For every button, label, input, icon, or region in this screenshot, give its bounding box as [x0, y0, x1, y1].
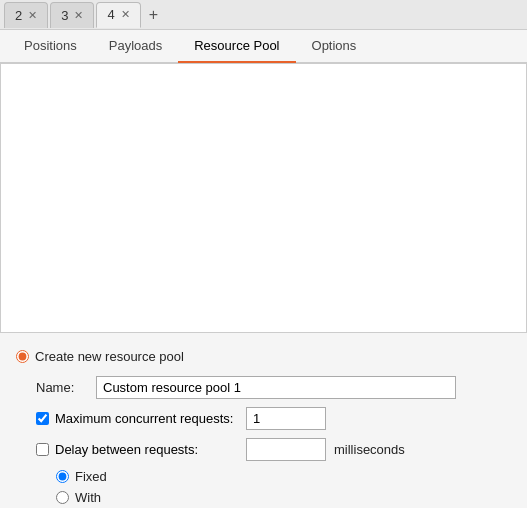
- delay-cb-container: Delay between requests:: [36, 442, 246, 457]
- delay-input[interactable]: [246, 438, 326, 461]
- delay-label: Delay between requests:: [55, 442, 198, 457]
- tab-payloads[interactable]: Payloads: [93, 30, 178, 63]
- tab-4-close[interactable]: ✕: [121, 8, 130, 21]
- tab-payloads-label: Payloads: [109, 38, 162, 53]
- concurrent-cb-container: Maximum concurrent requests:: [36, 411, 246, 426]
- name-row: Name:: [36, 376, 511, 399]
- max-concurrent-checkbox[interactable]: [36, 412, 49, 425]
- tab-options[interactable]: Options: [296, 30, 373, 63]
- tab-positions-label: Positions: [24, 38, 77, 53]
- tab-2[interactable]: 2 ✕: [4, 2, 48, 28]
- delay-row: Delay between requests: milliseconds: [36, 438, 511, 461]
- create-pool-label: Create new resource pool: [35, 349, 184, 364]
- tab-resource-pool-label: Resource Pool: [194, 38, 279, 53]
- max-concurrent-input[interactable]: [246, 407, 326, 430]
- fixed-label: Fixed: [75, 469, 107, 484]
- concurrent-row: Maximum concurrent requests:: [36, 407, 511, 430]
- tab-positions[interactable]: Positions: [8, 30, 93, 63]
- max-concurrent-label: Maximum concurrent requests:: [55, 411, 233, 426]
- tab-2-label: 2: [15, 8, 22, 23]
- tab-4-label: 4: [107, 7, 114, 22]
- name-input[interactable]: [96, 376, 456, 399]
- tab-3[interactable]: 3 ✕: [50, 2, 94, 28]
- tab-options-label: Options: [312, 38, 357, 53]
- with-radio-row: With: [56, 490, 511, 505]
- delay-requests-checkbox[interactable]: [36, 443, 49, 456]
- name-field-label: Name:: [36, 380, 96, 395]
- form-section: Name: Maximum concurrent requests: Delay…: [36, 376, 511, 505]
- tab-4[interactable]: 4 ✕: [96, 2, 140, 28]
- milliseconds-label: milliseconds: [334, 442, 405, 457]
- create-pool-row: Create new resource pool: [16, 349, 511, 364]
- content-area: [0, 63, 527, 333]
- tab-3-close[interactable]: ✕: [74, 9, 83, 22]
- create-pool-radio[interactable]: [16, 350, 29, 363]
- nav-tabs: Positions Payloads Resource Pool Options: [0, 30, 527, 63]
- with-label: With: [75, 490, 101, 505]
- fixed-radio[interactable]: [56, 470, 69, 483]
- with-radio[interactable]: [56, 491, 69, 504]
- add-tab-button[interactable]: +: [143, 7, 164, 23]
- fixed-radio-row: Fixed: [56, 469, 511, 484]
- tab-2-close[interactable]: ✕: [28, 9, 37, 22]
- main-panel: Create new resource pool Name: Maximum c…: [0, 333, 527, 508]
- tab-bar: 2 ✕ 3 ✕ 4 ✕ +: [0, 0, 527, 30]
- tab-3-label: 3: [61, 8, 68, 23]
- tab-resource-pool[interactable]: Resource Pool: [178, 30, 295, 63]
